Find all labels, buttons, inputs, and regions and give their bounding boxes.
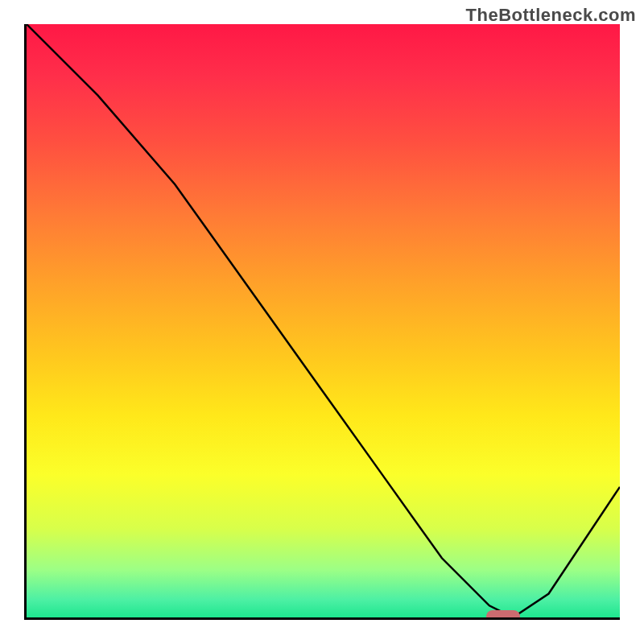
watermark-text: TheBottleneck.com (466, 5, 636, 26)
line-curve (27, 24, 620, 617)
optimal-marker (486, 610, 520, 620)
plot-area (24, 24, 620, 620)
chart-container: TheBottleneck.com (0, 0, 644, 644)
